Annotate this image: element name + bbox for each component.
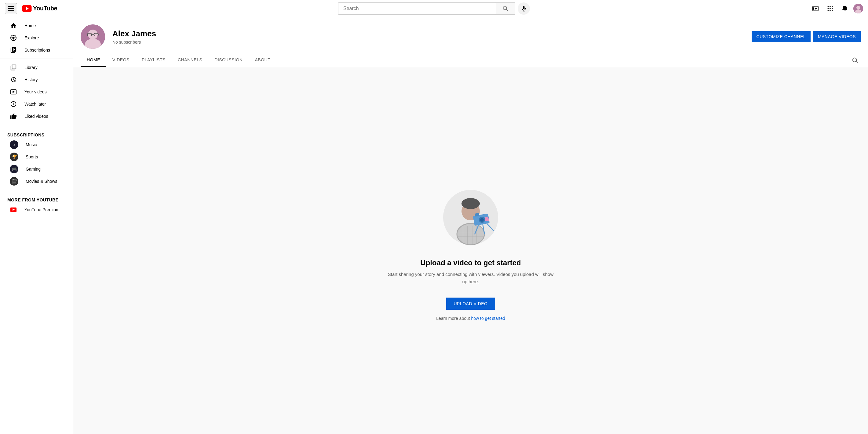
sidebar-label-library: Library <box>25 65 37 70</box>
channel-subscribers: No subscribers <box>113 40 156 44</box>
sidebar-label-explore: Explore <box>25 35 39 40</box>
svg-line-3 <box>506 9 508 11</box>
notifications-button[interactable] <box>839 2 851 15</box>
mic-button[interactable] <box>518 2 530 15</box>
avatar-image <box>853 4 863 13</box>
customize-channel-button[interactable]: CUSTOMIZE CHANNEL <box>752 31 811 42</box>
upload-video-button[interactable]: UPLOAD VIDEO <box>446 298 495 310</box>
app-layout: Home Explore Subscriptions Libr <box>0 17 868 434</box>
sidebar-label-sports: Sports <box>26 155 38 159</box>
bell-icon <box>841 5 848 12</box>
sidebar-section-main: Home Explore Subscriptions <box>0 17 73 59</box>
your-videos-icon <box>10 88 17 96</box>
music-sub-icon: ♪ <box>10 140 18 149</box>
svg-point-23 <box>12 37 14 39</box>
menu-button[interactable] <box>5 3 17 14</box>
header-right <box>802 2 863 15</box>
more-from-youtube-title: MORE FROM YOUTUBE <box>0 193 73 204</box>
channel-info: Alex James No subscribers CUSTOMIZE CHAN… <box>81 25 861 49</box>
sidebar-item-youtube-premium[interactable]: YouTube Premium <box>2 204 70 216</box>
channel-header: Alex James No subscribers CUSTOMIZE CHAN… <box>73 17 868 67</box>
sidebar-item-subscriptions[interactable]: Subscriptions <box>2 44 70 56</box>
sidebar-label-watch-later: Watch later <box>25 102 46 106</box>
subscriptions-title: SUBSCRIPTIONS <box>0 128 73 139</box>
channel-body: Upload a video to get started Start shar… <box>73 67 868 434</box>
channel-tabs: HOME VIDEOS PLAYLISTS CHANNELS DISCUSSIO… <box>81 54 861 67</box>
svg-point-20 <box>857 6 860 9</box>
sidebar-item-watch-later[interactable]: Watch later <box>2 98 70 110</box>
sidebar: Home Explore Subscriptions Libr <box>0 17 73 434</box>
sidebar-section-library: Library History Your videos Watch later <box>0 59 73 125</box>
empty-title: Upload a video to get started <box>385 259 556 267</box>
learn-more-prefix: Learn more about <box>436 316 471 321</box>
channel-name: Alex James <box>113 29 156 38</box>
apps-button[interactable] <box>824 2 836 15</box>
svg-rect-11 <box>830 6 831 7</box>
svg-rect-16 <box>828 10 829 11</box>
sidebar-item-history[interactable]: History <box>2 73 70 86</box>
search-input[interactable] <box>338 2 496 15</box>
manage-videos-button[interactable]: MANAGE VIDEOS <box>813 31 861 42</box>
sidebar-item-movies-shows[interactable]: 🎬 Movies & Shows <box>2 175 70 188</box>
sidebar-label-home: Home <box>25 23 36 28</box>
header-center <box>66 2 802 15</box>
svg-rect-55 <box>485 216 489 221</box>
svg-rect-9 <box>812 7 814 9</box>
svg-rect-18 <box>832 10 833 11</box>
svg-rect-13 <box>828 8 829 9</box>
subscriptions-icon <box>10 46 17 54</box>
learn-more-link[interactable]: how to get started <box>471 316 505 321</box>
sidebar-label-movies-shows: Movies & Shows <box>26 179 57 184</box>
tab-home[interactable]: HOME <box>81 54 106 67</box>
liked-videos-icon <box>10 112 17 120</box>
movies-sub-icon: 🎬 <box>10 177 18 186</box>
tab-discussion[interactable]: DISCUSSION <box>208 54 249 67</box>
sports-sub-icon: 🏆 <box>10 153 18 161</box>
sidebar-item-music[interactable]: ♪ Music <box>2 139 70 151</box>
sidebar-section-more: MORE FROM YOUTUBE YouTube Premium <box>0 190 73 218</box>
sidebar-label-liked-videos: Liked videos <box>25 114 48 119</box>
svg-rect-15 <box>832 8 833 9</box>
channel-avatar-image <box>81 25 105 49</box>
search-icon <box>502 5 508 11</box>
channel-text-info: Alex James No subscribers <box>113 29 156 44</box>
tab-videos[interactable]: VIDEOS <box>106 54 135 67</box>
sidebar-label-gaming: Gaming <box>26 167 41 171</box>
tab-channels[interactable]: CHANNELS <box>172 54 208 67</box>
svg-rect-14 <box>830 8 831 9</box>
sidebar-item-sports[interactable]: 🏆 Sports <box>2 151 70 163</box>
empty-description: Start sharing your story and connecting … <box>385 271 556 286</box>
sidebar-label-music: Music <box>26 142 37 147</box>
sidebar-label-history: History <box>25 77 38 82</box>
svg-line-39 <box>856 61 858 63</box>
sidebar-item-library[interactable]: Library <box>2 61 70 73</box>
menu-line <box>8 10 14 11</box>
menu-line <box>8 8 14 9</box>
create-button[interactable] <box>809 2 822 15</box>
youtube-logo[interactable]: YouTube <box>22 5 57 12</box>
channel-left: Alex James No subscribers <box>81 25 156 49</box>
avatar[interactable] <box>853 4 863 13</box>
empty-illustration <box>440 187 501 248</box>
empty-state: Upload a video to get started Start shar… <box>379 175 562 333</box>
sidebar-item-your-videos[interactable]: Your videos <box>2 86 70 98</box>
channel-actions: CUSTOMIZE CHANNEL MANAGE VIDEOS <box>752 31 861 42</box>
svg-rect-12 <box>832 6 833 7</box>
main-content: Alex James No subscribers CUSTOMIZE CHAN… <box>73 17 868 434</box>
svg-marker-29 <box>12 91 15 93</box>
svg-rect-4 <box>523 6 525 9</box>
search-button[interactable] <box>496 2 515 15</box>
sidebar-item-home[interactable]: Home <box>2 20 70 32</box>
tab-search-icon <box>852 57 859 64</box>
sidebar-item-liked-videos[interactable]: Liked videos <box>2 110 70 122</box>
sidebar-item-explore[interactable]: Explore <box>2 32 70 44</box>
sidebar-item-gaming[interactable]: 🎮 Gaming <box>2 163 70 175</box>
header: YouTube <box>0 0 868 17</box>
sidebar-label-your-videos: Your videos <box>25 90 47 94</box>
tab-search-button[interactable] <box>850 55 861 66</box>
menu-line <box>8 6 14 7</box>
tab-playlists[interactable]: PLAYLISTS <box>135 54 172 67</box>
sidebar-label-subscriptions: Subscriptions <box>25 47 50 53</box>
tab-about[interactable]: ABOUT <box>249 54 276 67</box>
youtube-logo-icon <box>22 5 32 12</box>
